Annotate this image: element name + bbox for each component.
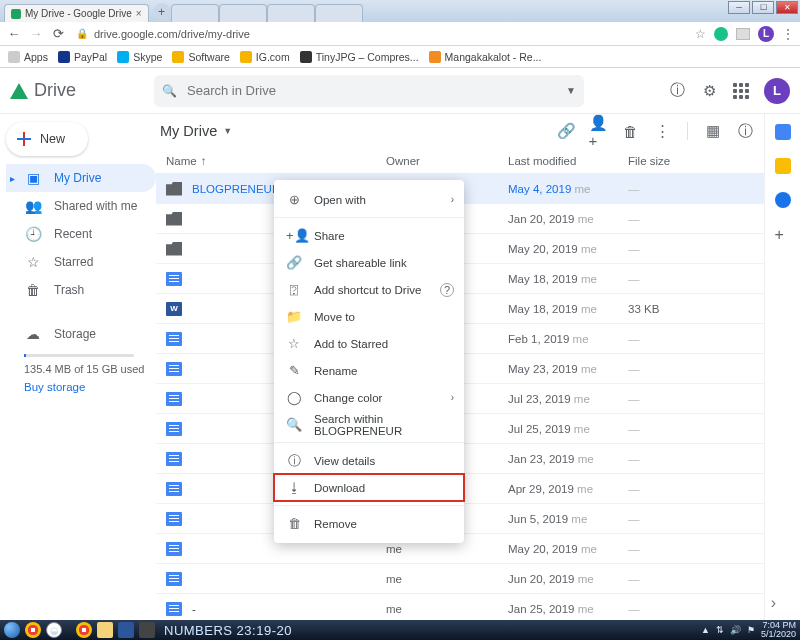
context-menu-view-details[interactable]: ⓘView details (274, 447, 464, 474)
browser-tab-active[interactable]: My Drive - Google Drive × (4, 4, 149, 22)
extension-icon[interactable] (736, 28, 750, 40)
calendar-app-icon[interactable] (775, 124, 791, 140)
settings-gear-icon[interactable]: ⚙ (700, 82, 718, 100)
sidebar-item-label: Shared with me (54, 199, 137, 213)
breadcrumb[interactable]: My Drive ▼ (160, 123, 232, 139)
next-page-icon[interactable]: › (771, 594, 776, 612)
menu-item-icon: ⍰ (286, 282, 302, 297)
context-menu-change-color[interactable]: ◯Change color› (274, 384, 464, 411)
tray-icon[interactable]: ▲ (701, 625, 710, 635)
more-icon[interactable]: ⋮ (653, 122, 671, 140)
sort-arrow-icon[interactable]: ↑ (201, 155, 207, 167)
bookmark-item[interactable]: Skype (117, 51, 162, 63)
grid-view-icon[interactable]: ▦ (704, 122, 722, 140)
sidebar-item-recent[interactable]: 🕘Recent (6, 220, 156, 248)
sidebar: New ▣My Drive👥Shared with me🕘Recent☆Star… (0, 114, 156, 620)
account-avatar[interactable]: L (764, 78, 790, 104)
doc-icon (166, 452, 182, 466)
browser-tab-inactive[interactable] (219, 4, 267, 22)
doc-icon (166, 602, 182, 616)
window-minimize-button[interactable]: ─ (728, 1, 750, 14)
window-close-button[interactable]: ✕ (776, 1, 798, 14)
file-modified: May 18, 2019 me (508, 273, 628, 285)
context-menu-add-to-starred[interactable]: ☆Add to Starred (274, 330, 464, 357)
file-modified: Jul 23, 2019 me (508, 393, 628, 405)
context-menu-search-within-blogpreneur[interactable]: 🔍Search within BLOGPRENEUR (274, 411, 464, 438)
th-size[interactable]: File size (628, 155, 754, 167)
tray-volume-icon[interactable]: 🔊 (730, 625, 741, 635)
taskbar-chrome-running-icon[interactable] (76, 622, 92, 638)
help-icon[interactable]: ⓘ (668, 82, 686, 100)
tray-flag-icon[interactable]: ⚑ (747, 625, 755, 635)
menu-item-label: Share (314, 230, 345, 242)
bookmark-item[interactable]: IG.com (240, 51, 290, 63)
share-icon[interactable]: 👤+ (589, 122, 607, 140)
context-menu-move-to[interactable]: 📁Move to (274, 303, 464, 330)
file-size: 33 KB (628, 303, 754, 315)
file-row[interactable]: - me Jan 25, 2019 me — (156, 594, 764, 620)
taskbar-explorer-icon[interactable] (97, 622, 113, 638)
help-icon[interactable]: ? (440, 283, 454, 297)
link-icon[interactable]: 🔗 (557, 122, 575, 140)
browser-tab-inactive[interactable] (171, 4, 219, 22)
drive-logo[interactable]: Drive (10, 80, 146, 101)
th-name[interactable]: Name (166, 155, 197, 167)
buy-storage-link[interactable]: Buy storage (6, 381, 156, 393)
bookmark-item[interactable]: PayPal (58, 51, 107, 63)
tasks-app-icon[interactable] (775, 192, 791, 208)
taskbar-app-icon[interactable] (139, 622, 155, 638)
bookmark-item[interactable]: TinyJPG – Compres... (300, 51, 419, 63)
context-menu-remove[interactable]: 🗑Remove (274, 510, 464, 537)
context-menu-share[interactable]: +👤Share (274, 222, 464, 249)
chrome-profile-avatar[interactable]: L (758, 26, 774, 42)
sidebar-item-trash[interactable]: 🗑Trash (6, 276, 156, 304)
details-icon[interactable]: ⓘ (736, 122, 754, 140)
context-menu-add-shortcut-to-drive[interactable]: ⍰Add shortcut to Drive? (274, 276, 464, 303)
new-button[interactable]: New (6, 122, 88, 156)
bookmark-item[interactable]: Software (172, 51, 229, 63)
context-menu-get-shareable-link[interactable]: 🔗Get shareable link (274, 249, 464, 276)
sidebar-item-storage[interactable]: ☁ Storage (6, 320, 156, 348)
bookmark-item[interactable]: Mangakakalot - Re... (429, 51, 542, 63)
trash-icon[interactable]: 🗑 (621, 122, 639, 140)
context-menu-rename[interactable]: ✎Rename (274, 357, 464, 384)
new-tab-button[interactable]: + (153, 3, 171, 21)
browser-tab-inactive[interactable] (267, 4, 315, 22)
file-name: - (192, 603, 196, 615)
taskbar-chrome-icon[interactable] (25, 622, 41, 638)
start-button[interactable] (4, 622, 20, 638)
reload-button[interactable]: ⟳ (50, 26, 66, 42)
bookmark-item[interactable]: Apps (8, 51, 48, 63)
keep-app-icon[interactable] (775, 158, 791, 174)
menu-item-label: Add to Starred (314, 338, 388, 350)
sidebar-item-starred[interactable]: ☆Starred (6, 248, 156, 276)
forward-button[interactable]: → (28, 26, 44, 42)
taskbar-word-icon[interactable] (118, 622, 134, 638)
browser-tab-inactive[interactable] (315, 4, 363, 22)
window-maximize-button[interactable]: ☐ (752, 1, 774, 14)
tray-network-icon[interactable]: ⇅ (716, 625, 724, 635)
search-options-icon[interactable]: ▼ (566, 85, 576, 96)
chrome-menu-icon[interactable]: ⋮ (782, 27, 794, 41)
sidebar-item-shared-with-me[interactable]: 👥Shared with me (6, 192, 156, 220)
close-tab-icon[interactable]: × (136, 8, 142, 19)
star-icon[interactable]: ☆ (695, 27, 706, 41)
tray-clock[interactable]: 7:04 PM 5/1/2020 (761, 621, 796, 639)
th-owner[interactable]: Owner (386, 155, 508, 167)
th-modified[interactable]: Last modified (508, 155, 628, 167)
context-menu-open-with[interactable]: ⊕Open with› (274, 186, 464, 213)
search-box[interactable]: 🔍 (154, 75, 584, 107)
search-input[interactable] (187, 83, 576, 98)
sidebar-item-my-drive[interactable]: ▣My Drive (6, 164, 156, 192)
extension-icon[interactable] (714, 27, 728, 41)
taskbar-app-icon[interactable]: ◒ (46, 622, 62, 638)
add-app-icon[interactable]: + (775, 226, 791, 242)
address-bar[interactable]: 🔒 drive.google.com/drive/my-drive (72, 25, 689, 43)
context-menu-download[interactable]: ⭳Download (274, 474, 464, 501)
google-apps-icon[interactable] (732, 82, 750, 100)
taskbar-running-title[interactable]: NUMBERS 23:19-20 (164, 623, 292, 638)
file-row[interactable]: me Jun 20, 2019 me — (156, 564, 764, 594)
file-modified: May 20, 2019 me (508, 243, 628, 255)
system-tray[interactable]: ▲ ⇅ 🔊 ⚑ 7:04 PM 5/1/2020 (701, 621, 796, 639)
back-button[interactable]: ← (6, 26, 22, 42)
